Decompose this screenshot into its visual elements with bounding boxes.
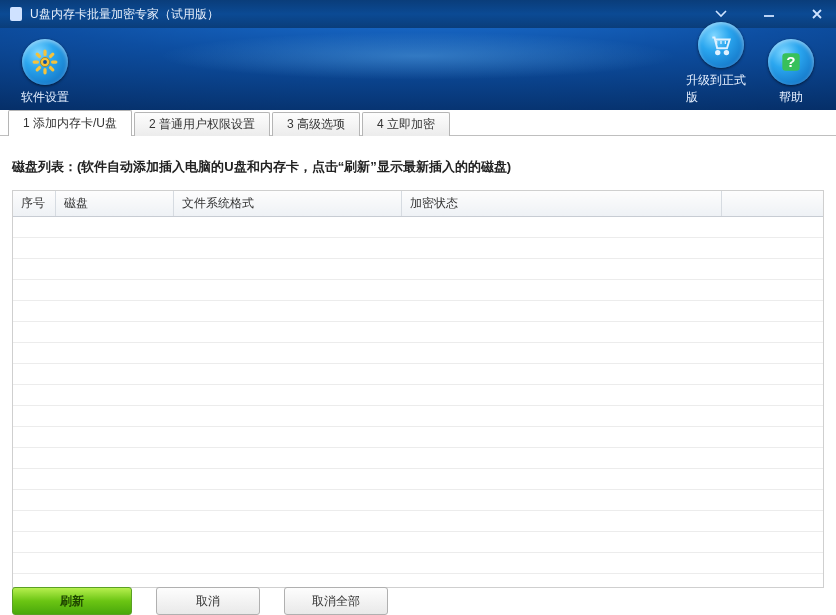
table-row[interactable] xyxy=(13,280,823,301)
table-cell xyxy=(173,385,401,406)
col-extra[interactable] xyxy=(721,191,823,217)
table-cell xyxy=(13,406,55,427)
tab-encrypt[interactable]: 4 立即加密 xyxy=(362,112,450,136)
table-cell xyxy=(173,469,401,490)
cancel-label: 取消 xyxy=(196,593,220,610)
table-cell xyxy=(55,427,173,448)
upgrade-button[interactable]: 升级到正式版 xyxy=(686,22,756,106)
svg-text:?: ? xyxy=(786,53,795,70)
table-cell xyxy=(173,322,401,343)
table-row[interactable] xyxy=(13,490,823,511)
table-cell xyxy=(55,490,173,511)
table-row[interactable] xyxy=(13,322,823,343)
main-toolbar: 软件设置 升级到正式版 ? 帮助 xyxy=(0,28,836,110)
table-cell xyxy=(13,238,55,259)
table-cell xyxy=(173,553,401,574)
tab-advanced[interactable]: 3 高级选项 xyxy=(272,112,360,136)
table-cell xyxy=(401,385,721,406)
help-icon: ? xyxy=(768,39,814,85)
tab-label: 2 普通用户权限设置 xyxy=(149,116,255,133)
table-cell xyxy=(55,406,173,427)
help-button[interactable]: ? 帮助 xyxy=(756,39,826,106)
table-cell xyxy=(401,511,721,532)
col-filesystem[interactable]: 文件系统格式 xyxy=(173,191,401,217)
col-index[interactable]: 序号 xyxy=(13,191,55,217)
table-cell xyxy=(721,322,823,343)
table-row[interactable] xyxy=(13,301,823,322)
table-cell xyxy=(401,301,721,322)
minimize-button[interactable] xyxy=(754,4,784,24)
settings-label: 软件设置 xyxy=(21,89,69,106)
table-row[interactable] xyxy=(13,448,823,469)
table-cell xyxy=(13,385,55,406)
table-cell xyxy=(721,238,823,259)
table-row[interactable] xyxy=(13,511,823,532)
table-row[interactable] xyxy=(13,427,823,448)
table-cell xyxy=(721,217,823,238)
table-cell xyxy=(721,553,823,574)
refresh-button[interactable]: 刷新 xyxy=(12,587,132,615)
tab-add-disk[interactable]: 1 添加内存卡/U盘 xyxy=(8,110,132,136)
close-button[interactable] xyxy=(802,4,832,24)
table-cell xyxy=(173,301,401,322)
table-cell xyxy=(721,280,823,301)
bottom-bar: 刷新 取消 取消全部 xyxy=(0,581,836,615)
window-title: U盘内存卡批量加密专家（试用版） xyxy=(30,6,219,23)
table-cell xyxy=(401,406,721,427)
table-cell xyxy=(13,322,55,343)
table-cell xyxy=(401,532,721,553)
table-cell xyxy=(55,259,173,280)
cancel-button[interactable]: 取消 xyxy=(156,587,260,615)
table-cell xyxy=(401,238,721,259)
tab-permissions[interactable]: 2 普通用户权限设置 xyxy=(134,112,270,136)
table-cell xyxy=(13,448,55,469)
table-cell xyxy=(55,469,173,490)
table-cell xyxy=(13,511,55,532)
table-row[interactable] xyxy=(13,553,823,574)
svg-point-3 xyxy=(716,51,719,54)
settings-button[interactable]: 软件设置 xyxy=(10,39,80,106)
table-row[interactable] xyxy=(13,343,823,364)
table-row[interactable] xyxy=(13,385,823,406)
table-row[interactable] xyxy=(13,259,823,280)
tab-label: 4 立即加密 xyxy=(377,116,435,133)
table-cell xyxy=(173,238,401,259)
table-cell xyxy=(401,343,721,364)
table-row[interactable] xyxy=(13,469,823,490)
gear-icon xyxy=(22,39,68,85)
cart-icon xyxy=(698,22,744,68)
table-cell xyxy=(721,469,823,490)
table-cell xyxy=(401,280,721,301)
table-cell xyxy=(173,490,401,511)
table-cell xyxy=(55,553,173,574)
table-row[interactable] xyxy=(13,406,823,427)
table-cell xyxy=(721,343,823,364)
table-row[interactable] xyxy=(13,532,823,553)
table-cell xyxy=(401,217,721,238)
col-status[interactable]: 加密状态 xyxy=(401,191,721,217)
tab-label: 1 添加内存卡/U盘 xyxy=(23,115,117,132)
table-cell xyxy=(173,448,401,469)
table-cell xyxy=(173,280,401,301)
table-cell xyxy=(13,553,55,574)
col-disk[interactable]: 磁盘 xyxy=(55,191,173,217)
table-cell xyxy=(13,217,55,238)
table-cell xyxy=(721,448,823,469)
cancel-all-label: 取消全部 xyxy=(312,593,360,610)
help-label: 帮助 xyxy=(779,89,803,106)
dropdown-button[interactable] xyxy=(706,4,736,24)
table-cell xyxy=(173,364,401,385)
refresh-label: 刷新 xyxy=(60,593,84,610)
disk-table-container: 序号 磁盘 文件系统格式 加密状态 xyxy=(12,190,824,588)
table-row[interactable] xyxy=(13,238,823,259)
table-cell xyxy=(55,238,173,259)
table-cell xyxy=(13,364,55,385)
table-row[interactable] xyxy=(13,364,823,385)
table-cell xyxy=(55,217,173,238)
table-cell xyxy=(401,322,721,343)
table-cell xyxy=(13,469,55,490)
table-cell xyxy=(13,301,55,322)
table-cell xyxy=(13,427,55,448)
cancel-all-button[interactable]: 取消全部 xyxy=(284,587,388,615)
table-row[interactable] xyxy=(13,217,823,238)
